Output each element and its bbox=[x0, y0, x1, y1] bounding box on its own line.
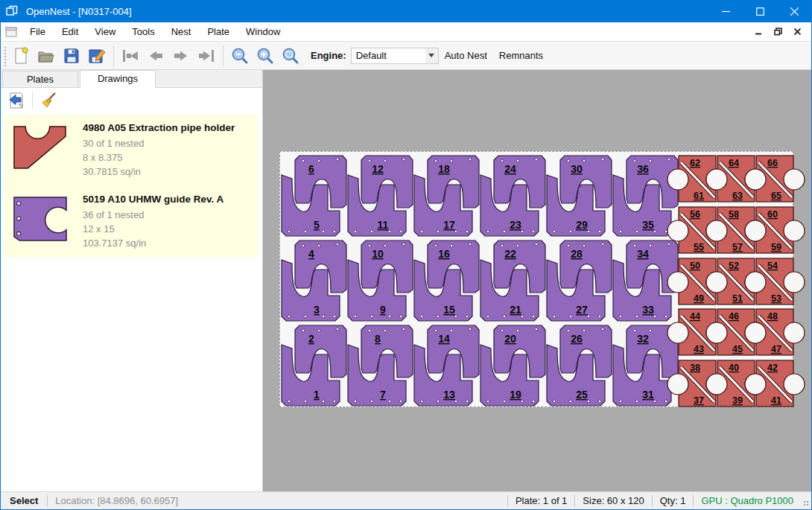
nested-part-pair[interactable]: 87 bbox=[346, 322, 413, 407]
nested-part-pair[interactable]: 1413 bbox=[413, 322, 479, 407]
nested-part-pair[interactable]: 5453 bbox=[755, 255, 794, 307]
part-number[interactable]: 12 bbox=[372, 163, 384, 175]
part-number[interactable]: 49 bbox=[694, 293, 704, 304]
part-number[interactable]: 35 bbox=[642, 219, 654, 231]
part-number[interactable]: 44 bbox=[690, 311, 700, 322]
zoom-out-icon[interactable] bbox=[227, 45, 253, 67]
part-number[interactable]: 11 bbox=[378, 219, 389, 231]
part-number[interactable]: 62 bbox=[690, 158, 700, 168]
part-number[interactable]: 2 bbox=[308, 333, 314, 345]
nested-part-pair[interactable]: 109 bbox=[346, 238, 413, 322]
save-icon[interactable] bbox=[59, 45, 84, 67]
nested-part-pair[interactable]: 2221 bbox=[479, 238, 545, 322]
part-number[interactable]: 54 bbox=[767, 261, 778, 271]
part-number[interactable]: 30 bbox=[571, 163, 583, 175]
document-system-icon[interactable] bbox=[1, 27, 22, 37]
mdi-close-icon[interactable] bbox=[789, 25, 805, 39]
clear-broom-icon[interactable] bbox=[37, 90, 60, 111]
part-number[interactable]: 61 bbox=[694, 191, 704, 201]
part-number[interactable]: 56 bbox=[690, 209, 700, 220]
part-number[interactable]: 28 bbox=[571, 248, 583, 260]
part-number[interactable]: 41 bbox=[771, 395, 781, 406]
part-number[interactable]: 45 bbox=[732, 344, 743, 354]
nested-part-pair[interactable]: 4241 bbox=[755, 357, 794, 409]
part-number[interactable]: 60 bbox=[767, 209, 778, 220]
menu-item-edit[interactable]: Edit bbox=[54, 23, 86, 40]
part-number[interactable]: 4 bbox=[308, 248, 314, 260]
save-as-icon[interactable] bbox=[84, 45, 110, 67]
part-number[interactable]: 27 bbox=[576, 304, 588, 316]
nested-part-pair[interactable]: 2827 bbox=[545, 238, 612, 322]
zoom-fit-icon[interactable] bbox=[278, 45, 303, 67]
part-number[interactable]: 8 bbox=[375, 333, 381, 345]
open-folder-icon[interactable] bbox=[34, 45, 59, 67]
part-number[interactable]: 19 bbox=[510, 389, 521, 401]
part-number[interactable]: 14 bbox=[438, 333, 450, 345]
resize-grip[interactable] bbox=[801, 492, 811, 509]
part-number[interactable]: 57 bbox=[732, 242, 743, 252]
part-number[interactable]: 5 bbox=[314, 219, 320, 231]
part-number[interactable]: 58 bbox=[729, 209, 739, 220]
part-number[interactable]: 10 bbox=[372, 248, 384, 260]
part-number[interactable]: 50 bbox=[690, 261, 700, 271]
part-number[interactable]: 17 bbox=[443, 219, 455, 231]
drawing-item[interactable]: 5019 A10 UHMW guide Rev. A36 of 1 nested… bbox=[5, 186, 258, 258]
first-plate-icon[interactable] bbox=[118, 45, 143, 67]
part-number[interactable]: 42 bbox=[767, 363, 778, 373]
part-number[interactable]: 33 bbox=[642, 304, 654, 316]
toolbar-grip[interactable] bbox=[2, 45, 8, 66]
part-number[interactable]: 66 bbox=[767, 158, 778, 168]
nested-part-pair[interactable]: 2625 bbox=[545, 322, 612, 407]
nested-part-pair[interactable]: 43 bbox=[280, 238, 346, 322]
part-number[interactable]: 29 bbox=[576, 219, 588, 231]
part-number[interactable]: 25 bbox=[576, 389, 588, 401]
menu-item-tools[interactable]: Tools bbox=[124, 23, 162, 40]
part-number[interactable]: 63 bbox=[732, 191, 743, 201]
nested-part-pair[interactable]: 6059 bbox=[755, 204, 794, 255]
part-number[interactable]: 52 bbox=[729, 261, 739, 271]
next-plate-icon[interactable] bbox=[168, 45, 194, 67]
part-number[interactable]: 26 bbox=[571, 333, 583, 345]
part-number[interactable]: 36 bbox=[637, 163, 649, 175]
engine-dropdown-icon[interactable] bbox=[425, 48, 438, 63]
part-number[interactable]: 65 bbox=[771, 191, 781, 201]
nested-part-pair[interactable]: 2019 bbox=[479, 322, 545, 407]
nested-part-pair[interactable]: 65 bbox=[280, 153, 346, 238]
drawing-item[interactable]: 4980 A05 Extraction pipe holder30 of 1 n… bbox=[5, 115, 258, 186]
nested-part-pair[interactable]: 3635 bbox=[612, 153, 678, 238]
part-number[interactable]: 51 bbox=[732, 293, 743, 304]
part-number[interactable]: 39 bbox=[732, 395, 743, 406]
plate-sheet[interactable]: 6512111817242330293635431091615222128273… bbox=[279, 151, 793, 407]
menu-item-window[interactable]: Window bbox=[238, 23, 288, 40]
zoom-in-icon[interactable] bbox=[253, 45, 278, 67]
part-number[interactable]: 37 bbox=[694, 395, 704, 406]
part-number[interactable]: 22 bbox=[504, 248, 516, 260]
part-number[interactable]: 53 bbox=[771, 293, 781, 304]
nested-part-pair[interactable]: 1817 bbox=[413, 153, 479, 238]
part-number[interactable]: 48 bbox=[767, 311, 778, 322]
tab-drawings[interactable]: Drawings bbox=[80, 70, 156, 88]
part-number[interactable]: 38 bbox=[690, 363, 700, 373]
mdi-minimize-icon[interactable] bbox=[750, 25, 767, 39]
nested-part-pair[interactable]: 3029 bbox=[545, 153, 612, 238]
menu-item-nest[interactable]: Nest bbox=[163, 23, 200, 40]
menu-item-file[interactable]: File bbox=[22, 23, 54, 40]
part-number[interactable]: 16 bbox=[438, 248, 450, 260]
minimize-icon[interactable] bbox=[708, 0, 743, 22]
part-number[interactable]: 34 bbox=[637, 248, 649, 260]
maximize-icon[interactable] bbox=[743, 0, 777, 22]
auto-nest-button[interactable]: Auto Nest bbox=[439, 46, 493, 65]
part-number[interactable]: 43 bbox=[694, 344, 704, 354]
part-number[interactable]: 20 bbox=[504, 333, 516, 345]
part-number[interactable]: 64 bbox=[729, 158, 739, 168]
new-file-icon[interactable] bbox=[8, 45, 34, 67]
part-number[interactable]: 15 bbox=[443, 304, 455, 316]
part-number[interactable]: 6 bbox=[308, 163, 314, 175]
nested-part-pair[interactable]: 21 bbox=[280, 322, 346, 407]
menu-item-view[interactable]: View bbox=[86, 23, 124, 40]
nest-canvas[interactable]: 6512111817242330293635431091615222128273… bbox=[263, 70, 811, 491]
part-number[interactable]: 24 bbox=[504, 163, 516, 175]
mdi-restore-icon[interactable] bbox=[770, 25, 786, 39]
part-number[interactable]: 31 bbox=[642, 389, 654, 401]
part-number[interactable]: 13 bbox=[443, 389, 455, 401]
